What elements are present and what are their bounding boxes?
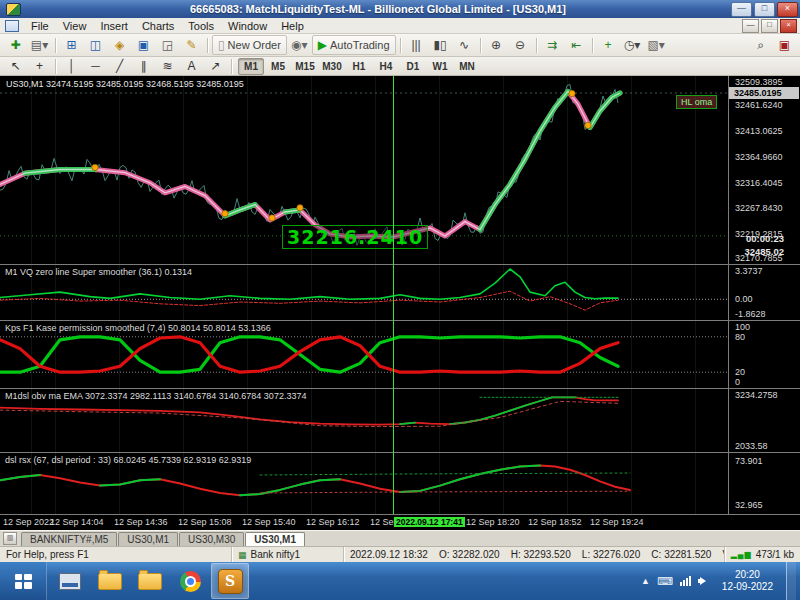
candlestick-chart-button[interactable]: ▮▯ [429,35,452,55]
arrows-tool-icon: ↗ [210,60,220,72]
auto-scroll-icon: ⇉ [547,39,557,51]
price-axis-label: 20 [735,367,745,377]
tray-expand-icon[interactable]: ▲ [641,576,650,586]
time-axis-label: 12 Sep 15:08 [178,517,232,527]
rsx-indicator-pane[interactable]: 73.90132.965 dsl rsx (67, dsl period : 3… [0,452,800,514]
zoom-in-button[interactable]: ⊕ [485,35,508,55]
start-button[interactable] [0,562,47,600]
metaeditor-button[interactable]: ✎ [180,35,203,55]
timeframe-m5-button[interactable]: M5 [265,58,291,75]
taskbar-mt4-app[interactable]: S [211,563,249,599]
clock-date: 12-09-2022 [722,581,773,593]
zoom-out-button[interactable]: ⊖ [509,35,532,55]
price-axis-label: 32.965 [735,500,763,510]
timeframe-w1-button[interactable]: W1 [427,58,453,75]
taskbar-chrome[interactable] [171,563,209,599]
menu-items: FileViewInsertChartsToolsWindowHelp [24,18,311,33]
vq-indicator-pane[interactable]: 3.37370.00-1.8628 M1 VQ zero line Super … [0,264,800,320]
arrows-tool-button[interactable]: ↗ [204,56,227,76]
menu-file[interactable]: File [24,19,56,33]
horizontal-line-tool-button[interactable]: ─ [84,56,107,76]
status-bar: For Help, press F1 ▦ Bank nifty1 2022.09… [0,546,800,562]
timeframe-h4-button[interactable]: H4 [373,58,399,75]
child-close-button[interactable]: × [780,19,797,33]
timeframe-mn-button[interactable]: MN [454,58,480,75]
timeframe-d1-button[interactable]: D1 [400,58,426,75]
menu-view[interactable]: View [56,19,94,33]
chart-tab-us30-m30[interactable]: US30,M30 [179,532,244,546]
profiles-icon: ▤▾ [31,39,48,51]
menu-insert[interactable]: Insert [93,19,135,33]
strategy-tester-button[interactable]: ◲ [156,35,179,55]
fibonacci-tool-button[interactable]: ≋ [156,56,179,76]
autotrading-button[interactable]: ▶AutoTrading [312,35,396,55]
menu-window[interactable]: Window [221,19,274,33]
auto-scroll-button[interactable]: ⇉ [541,35,564,55]
fullscreen-button[interactable]: ▣ [773,35,796,55]
new-order-button[interactable]: ▯New Order [212,35,287,55]
menu-charts[interactable]: Charts [135,19,181,33]
expert-advisors-button[interactable]: ◉▾ [288,35,311,55]
keyboard-icon[interactable]: ⌨ [657,575,673,588]
taskbar-folder[interactable] [131,563,169,599]
taskbar-file-explorer[interactable] [91,563,129,599]
maximize-button[interactable]: □ [754,2,775,17]
timeframe-m15-button[interactable]: M15 [292,58,318,75]
line-chart-button[interactable]: ∿ [453,35,476,55]
mt4-app-icon: S [218,569,243,594]
show-desktop-button[interactable] [786,562,796,600]
profiles-button[interactable]: ▤▾ [28,35,51,55]
connection-traffic: 473/1 kb [756,549,794,560]
kase-indicator-pane[interactable]: 10080200 Kps F1 Kase permission smoothed… [0,320,800,388]
menu-tools[interactable]: Tools [181,19,221,33]
bar-chart-button[interactable]: ||| [405,35,428,55]
channel-tool-button[interactable]: ∥ [132,56,155,76]
crosshair-tool-button[interactable]: + [28,56,51,76]
main-chart-pane[interactable]: 32485.0195 00:00:23 32485.02 32509.38953… [0,76,800,264]
templates-button[interactable]: ▧▾ [645,35,668,55]
obv-indicator-pane[interactable]: 3234.27582033.58 M1dsl obv ma EMA 3072.3… [0,388,800,452]
chart-tab-us30-m1[interactable]: US30,M1 [118,532,178,546]
vertical-line-tool-button[interactable]: │ [60,56,83,76]
search-button[interactable]: ⌕ [749,35,772,55]
server-manager-icon [59,573,81,590]
status-profile[interactable]: ▦ Bank nifty1 [232,547,344,562]
expert-advisors-icon: ◉▾ [291,39,308,51]
terminal-icon: ▣ [138,39,149,51]
data-window-button[interactable]: ◫ [84,35,107,55]
windows-logo-icon [15,574,32,589]
taskbar-server-manager[interactable] [51,563,89,599]
terminal-button[interactable]: ▣ [132,35,155,55]
close-button[interactable]: × [777,2,798,17]
cursor-button[interactable]: ↖ [4,56,27,76]
child-minimize-button[interactable]: — [742,19,759,33]
menu-help[interactable]: Help [274,19,311,33]
volume-icon[interactable] [698,576,709,587]
status-connection[interactable]: ▂▄▆ 473/1 kb [725,547,800,562]
periods-button[interactable]: ◷▾ [621,35,644,55]
chart-tab-us30-m1[interactable]: US30,M1 [245,532,305,546]
network-icon[interactable] [680,576,691,586]
taskbar-clock[interactable]: 20:20 12-09-2022 [716,569,779,593]
chart-tab-banknifty-m5[interactable]: BANKNIFTY#,M5 [21,532,117,546]
new-chart-button[interactable]: ✚ [4,35,27,55]
price-axis-label: 32267.8430 [735,203,783,213]
navigator-icon: ◈ [115,39,124,51]
chart-window-icon [5,20,19,32]
indicators-button[interactable]: + [597,35,620,55]
price-axis-label: 3234.2758 [735,390,778,400]
price-axis-label: 0.00 [735,294,753,304]
text-tool-button[interactable]: A [180,56,203,76]
chart-shift-button[interactable]: ⇤ [565,35,588,55]
indicator-price-label: 32216.2410 [282,225,428,249]
minimize-button[interactable]: — [731,2,752,17]
timeframe-m30-button[interactable]: M30 [319,58,345,75]
tab-list-icon[interactable]: ▥ [3,532,17,545]
trendline-tool-button[interactable]: ╱ [108,56,131,76]
timeframe-h1-button[interactable]: H1 [346,58,372,75]
navigator-button[interactable]: ◈ [108,35,131,55]
timeframe-m1-button[interactable]: M1 [238,58,264,75]
market-watch-button[interactable]: ⊞ [60,35,83,55]
standard-toolbar-right-icons: ⌕▣ [749,35,796,55]
child-restore-button[interactable]: □ [761,19,778,33]
